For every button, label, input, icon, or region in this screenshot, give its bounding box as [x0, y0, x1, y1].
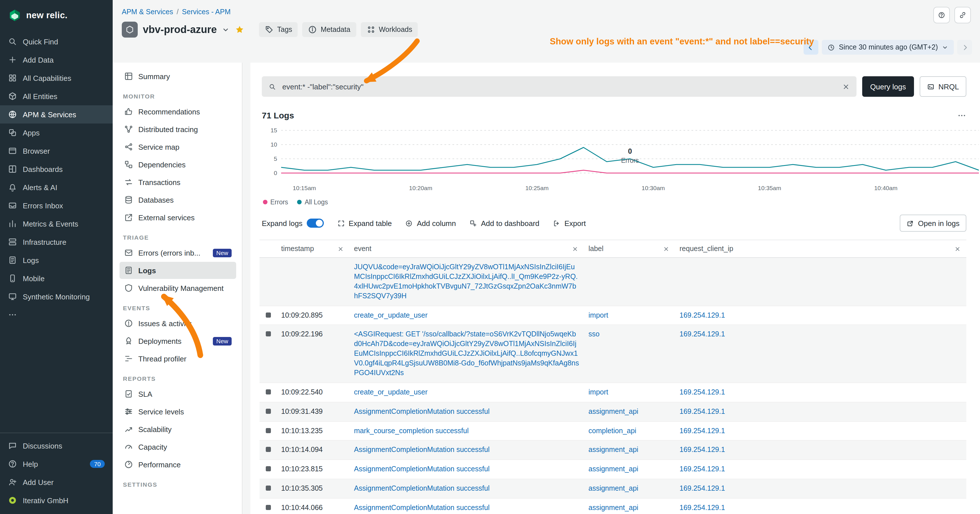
global-nav-item[interactable]: Dashboards: [0, 160, 113, 178]
global-footer-item[interactable]: Discussions: [0, 437, 113, 455]
event-link[interactable]: JUQVU&code=eyJraWQiOiJjcGltY29yZV8wOTl1M…: [354, 263, 578, 300]
entity-nav-item[interactable]: Deployments New: [119, 333, 236, 350]
entity-chip[interactable]: Workloads: [361, 22, 418, 37]
entity-chip[interactable]: Metadata: [302, 22, 356, 37]
add-to-dashboard-button[interactable]: Add to dashboard: [469, 219, 539, 228]
global-nav-item[interactable]: Alerts & AI: [0, 178, 113, 196]
table-row[interactable]: 10:10:35.305 AssignmentCompletionMutatio…: [259, 479, 966, 499]
global-nav-item[interactable]: Add Data: [0, 51, 113, 69]
global-nav-item[interactable]: [0, 306, 113, 324]
entity-switcher-chevron-icon[interactable]: [222, 24, 229, 35]
label-link[interactable]: completion_api: [589, 426, 636, 434]
favorite-star-icon[interactable]: [234, 24, 245, 35]
entity-nav-item[interactable]: Distributed tracing: [119, 121, 236, 138]
entity-nav-item[interactable]: Service levels: [119, 403, 236, 420]
table-row[interactable]: 10:10:44.066 AssignmentCompletionMutatio…: [259, 499, 966, 514]
global-nav-item[interactable]: Logs: [0, 251, 113, 269]
global-nav-item[interactable]: Quick Find: [0, 32, 113, 51]
entity-nav-item[interactable]: Summary: [119, 68, 236, 85]
entity-nav-item[interactable]: Performance: [119, 456, 236, 473]
entity-nav-item[interactable]: Transactions: [119, 173, 236, 191]
entity-nav-item[interactable]: Databases: [119, 191, 236, 208]
expand-table-button[interactable]: Expand table: [337, 219, 392, 228]
request-client-ip-link[interactable]: 169.254.129.1: [679, 446, 725, 454]
remove-column-icon[interactable]: [337, 246, 344, 252]
request-client-ip-link[interactable]: 169.254.129.1: [679, 388, 725, 396]
logs-timeseries-chart[interactable]: 05101510:15am10:20am10:25am10:30am10:35a…: [262, 126, 979, 193]
label-link[interactable]: assignment_api: [589, 407, 638, 415]
global-nav-item[interactable]: All Entities: [0, 87, 113, 105]
entity-nav-item[interactable]: Errors (errors inb... New: [119, 244, 236, 261]
request-client-ip-link[interactable]: 169.254.129.1: [679, 484, 725, 492]
global-nav-item[interactable]: Errors Inbox: [0, 196, 113, 215]
entity-nav-item[interactable]: Logs: [119, 262, 236, 279]
time-forward-button[interactable]: [957, 40, 972, 55]
global-nav-item[interactable]: Synthetic Monitoring: [0, 288, 113, 306]
row-checkbox[interactable]: [266, 389, 270, 395]
global-footer-item[interactable]: Iterativ GmbH: [0, 491, 113, 509]
entity-nav-item[interactable]: Service map: [119, 138, 236, 155]
remove-column-icon[interactable]: [955, 246, 961, 252]
global-nav-item[interactable]: Metrics & Events: [0, 215, 113, 233]
request-client-ip-link[interactable]: 169.254.129.1: [679, 407, 725, 415]
event-link[interactable]: AssignmentCompletionMutation successful: [354, 446, 490, 454]
row-checkbox[interactable]: [266, 505, 270, 510]
row-checkbox[interactable]: [266, 485, 270, 491]
request-client-ip-link[interactable]: 169.254.129.1: [679, 465, 725, 473]
global-nav-item[interactable]: All Capabilities: [0, 69, 113, 87]
request-client-ip-link[interactable]: 169.254.129.1: [679, 311, 725, 319]
brand-block[interactable]: new relic.: [0, 0, 113, 24]
global-nav-item[interactable]: Infrastructure: [0, 233, 113, 251]
table-row[interactable]: 10:09:22.540 create_or_update_user impor…: [259, 383, 966, 403]
clear-query-icon[interactable]: [842, 83, 850, 90]
global-nav-item[interactable]: Mobile: [0, 269, 113, 288]
global-footer-item[interactable]: Help 70: [0, 455, 113, 473]
breadcrumb-link-apm[interactable]: APM & Services: [122, 8, 173, 16]
permalink-button[interactable]: [955, 7, 971, 23]
remove-column-icon[interactable]: [663, 246, 669, 252]
label-link[interactable]: assignment_api: [589, 446, 638, 454]
nrql-button[interactable]: NRQL: [920, 76, 966, 97]
entity-nav-item[interactable]: Dependencies: [119, 156, 236, 173]
request-client-ip-link[interactable]: 169.254.129.1: [679, 504, 725, 512]
label-link[interactable]: sso: [589, 330, 600, 338]
log-query-searchbox[interactable]: [262, 76, 856, 97]
event-link[interactable]: mark_course_completion successful: [354, 426, 469, 434]
entity-nav-item[interactable]: Recommendations: [119, 103, 236, 120]
label-link[interactable]: import: [589, 388, 608, 396]
export-button[interactable]: Export: [553, 219, 586, 228]
event-link[interactable]: create_or_update_user: [354, 311, 428, 319]
global-nav-item[interactable]: APM & Services: [0, 105, 113, 124]
label-link[interactable]: assignment_api: [589, 465, 638, 473]
entity-nav-item[interactable]: External services: [119, 209, 236, 226]
entity-chip[interactable]: Tags: [259, 22, 298, 37]
table-row[interactable]: 10:10:14.094 AssignmentCompletionMutatio…: [259, 441, 966, 460]
row-checkbox[interactable]: [266, 466, 270, 472]
entity-nav-item[interactable]: Thread profiler: [119, 350, 236, 367]
row-checkbox[interactable]: [266, 428, 270, 433]
event-link[interactable]: create_or_update_user: [354, 388, 428, 396]
table-row[interactable]: 10:09:22.196 <ASGIRequest: GET '/sso/cal…: [259, 325, 966, 383]
row-checkbox[interactable]: [266, 331, 270, 337]
more-options-icon[interactable]: [957, 111, 966, 120]
query-logs-button[interactable]: Query logs: [862, 76, 914, 97]
entity-nav-item[interactable]: Vulnerability Management: [119, 280, 236, 296]
table-row[interactable]: 10:09:20.895 create_or_update_user impor…: [259, 306, 966, 325]
row-checkbox[interactable]: [266, 447, 270, 452]
event-link[interactable]: <ASGIRequest: GET '/sso/callback/?state=…: [354, 330, 579, 377]
global-footer-item[interactable]: Add User: [0, 473, 113, 491]
label-link[interactable]: import: [589, 311, 608, 319]
add-column-button[interactable]: Add column: [406, 219, 456, 228]
help-button[interactable]: [933, 7, 950, 23]
table-row[interactable]: 10:09:31.439 AssignmentCompletionMutatio…: [259, 402, 966, 422]
time-picker[interactable]: Since 30 minutes ago (GMT+2): [822, 40, 954, 55]
global-nav-item[interactable]: Apps: [0, 124, 113, 142]
global-nav-item[interactable]: Browser: [0, 142, 113, 160]
request-client-ip-link[interactable]: 169.254.129.1: [679, 426, 725, 434]
event-link[interactable]: AssignmentCompletionMutation successful: [354, 484, 490, 492]
label-link[interactable]: assignment_api: [589, 484, 638, 492]
entity-nav-item[interactable]: SLA: [119, 385, 236, 403]
row-checkbox[interactable]: [266, 408, 270, 414]
request-client-ip-link[interactable]: 169.254.129.1: [679, 330, 725, 338]
row-checkbox[interactable]: [266, 312, 270, 317]
